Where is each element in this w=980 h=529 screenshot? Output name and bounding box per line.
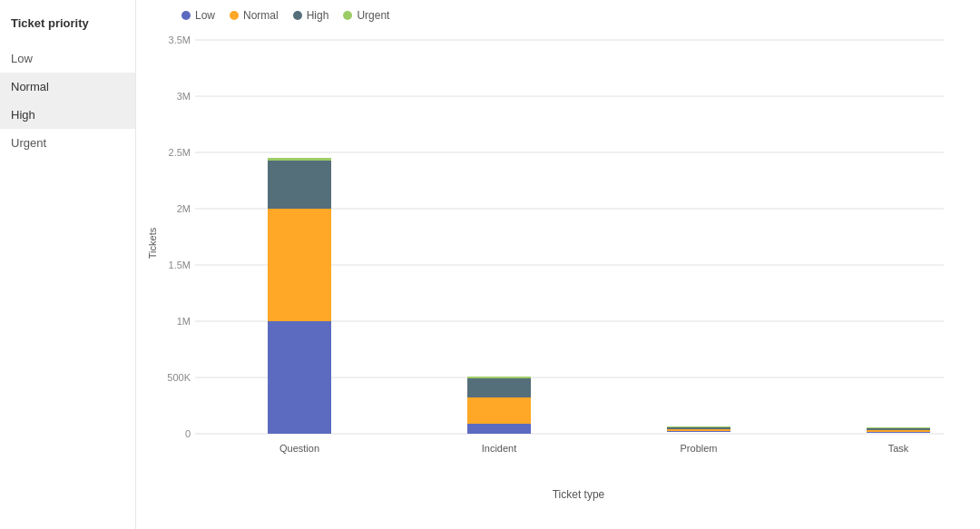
legend-dot-urgent bbox=[343, 11, 352, 20]
svg-text:2.5M: 2.5M bbox=[169, 147, 191, 158]
sidebar-item-urgent[interactable]: Urgent bbox=[0, 129, 135, 157]
bar-incident-high[interactable] bbox=[467, 378, 531, 397]
svg-text:2M: 2M bbox=[177, 203, 191, 214]
legend-dot-low bbox=[181, 11, 191, 20]
bar-question-urgent[interactable] bbox=[268, 158, 331, 161]
svg-text:Incident: Incident bbox=[482, 443, 517, 454]
svg-text:Question: Question bbox=[279, 443, 319, 454]
legend-item-urgent[interactable]: Urgent bbox=[343, 9, 389, 22]
legend: Low Normal High Urgent bbox=[181, 9, 962, 22]
bar-question-high[interactable] bbox=[268, 161, 331, 209]
legend-label-urgent: Urgent bbox=[357, 9, 389, 22]
bar-incident-normal[interactable] bbox=[467, 397, 531, 424]
svg-text:Tickets: Tickets bbox=[147, 227, 158, 259]
legend-label-normal: Normal bbox=[243, 9, 279, 22]
bar-problem-low[interactable] bbox=[667, 431, 730, 432]
legend-label-high: High bbox=[307, 9, 329, 22]
bar-incident-urgent[interactable] bbox=[467, 377, 531, 378]
chart-svg: 0 500K 1M 1.5M 2M 2.5M 3M 3.5M Tickets Q… bbox=[145, 25, 962, 488]
chart-wrapper: 0 500K 1M 1.5M 2M 2.5M 3M 3.5M Tickets Q… bbox=[145, 25, 962, 488]
bar-question-normal[interactable] bbox=[268, 209, 331, 321]
sidebar-item-normal[interactable]: Normal bbox=[0, 73, 135, 101]
legend-item-normal[interactable]: Normal bbox=[230, 9, 279, 22]
legend-item-low[interactable]: Low bbox=[181, 9, 215, 22]
bar-problem-normal[interactable] bbox=[667, 429, 730, 431]
legend-item-high[interactable]: High bbox=[293, 9, 329, 22]
bar-problem-high[interactable] bbox=[667, 427, 730, 429]
svg-text:3M: 3M bbox=[177, 91, 191, 102]
bar-task-normal[interactable] bbox=[867, 430, 930, 432]
bar-task-high[interactable] bbox=[867, 428, 930, 430]
svg-text:1.5M: 1.5M bbox=[169, 260, 191, 270]
sidebar-title: Ticket priority bbox=[0, 9, 135, 44]
legend-dot-normal bbox=[230, 11, 239, 20]
bar-question-low[interactable] bbox=[268, 321, 331, 434]
bar-task-urgent[interactable] bbox=[867, 427, 930, 428]
svg-text:Problem: Problem bbox=[681, 443, 718, 454]
chart-area: Low Normal High Urgent bbox=[136, 0, 980, 529]
legend-label-low: Low bbox=[195, 9, 215, 22]
svg-text:3.5M: 3.5M bbox=[169, 34, 191, 45]
svg-text:1M: 1M bbox=[177, 316, 191, 327]
bar-problem-urgent[interactable] bbox=[667, 426, 730, 427]
legend-dot-high bbox=[293, 11, 302, 20]
x-axis-label: Ticket type bbox=[195, 488, 962, 501]
bar-task-low[interactable] bbox=[867, 432, 930, 433]
svg-text:500K: 500K bbox=[167, 372, 191, 383]
bar-incident-low[interactable] bbox=[467, 424, 531, 434]
sidebar: Ticket priority Low Normal High Urgent bbox=[0, 0, 136, 529]
svg-text:0: 0 bbox=[185, 428, 191, 439]
svg-text:Task: Task bbox=[888, 443, 909, 454]
sidebar-item-high[interactable]: High bbox=[0, 101, 135, 129]
sidebar-item-low[interactable]: Low bbox=[0, 44, 135, 73]
